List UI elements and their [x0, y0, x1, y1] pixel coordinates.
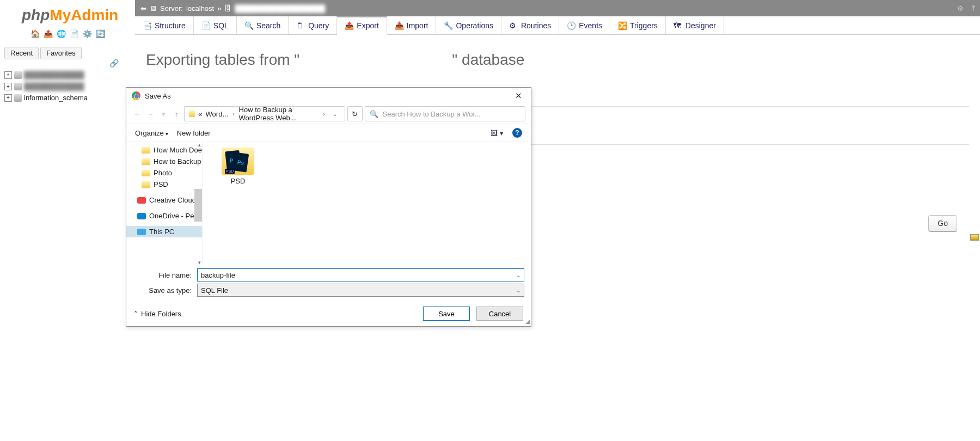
- folder-icon: [189, 111, 195, 117]
- expand-icon[interactable]: +: [4, 94, 12, 102]
- filename-input[interactable]: backup-file ⌄: [197, 268, 524, 281]
- link-toggle-icon[interactable]: 🔗: [109, 59, 119, 68]
- forward-button[interactable]: →: [145, 110, 156, 118]
- server-name[interactable]: localhost: [186, 4, 214, 13]
- db-item-1[interactable]: +████████████: [4, 69, 131, 81]
- scrollbar-thumb[interactable]: [194, 189, 202, 222]
- search-icon: 🔍: [370, 110, 378, 118]
- settings-icon[interactable]: ⚙: [957, 4, 964, 13]
- filetype-value: SQL File: [201, 286, 228, 295]
- recent-locations-button[interactable]: ▾: [158, 110, 169, 118]
- tab-designer[interactable]: 🗺Designer: [666, 16, 724, 34]
- refresh-button[interactable]: ↻: [347, 106, 363, 121]
- resize-grip[interactable]: ◢: [525, 318, 530, 325]
- nav-item-onedrive[interactable]: OneDrive - Persc: [126, 210, 202, 222]
- chevron-right-icon[interactable]: ›: [322, 111, 326, 117]
- exit-icon[interactable]: 📤: [43, 29, 53, 39]
- chevron-down-icon[interactable]: ⌄: [516, 287, 520, 293]
- folder-icon: [142, 147, 150, 154]
- path-segment-2[interactable]: How to Backup a WordPress Web...: [239, 106, 319, 122]
- path-prefix: «: [198, 110, 202, 118]
- reload-icon[interactable]: 🔄: [95, 29, 105, 39]
- search-placeholder: Search How to Backup a Wor...: [383, 110, 481, 118]
- tab-events[interactable]: 🕒Events: [559, 16, 610, 34]
- database-name[interactable]: ██████████████████: [235, 4, 325, 13]
- chevron-down-icon[interactable]: ⌄: [516, 272, 520, 278]
- address-dropdown[interactable]: ⌄: [329, 111, 340, 117]
- filetype-select[interactable]: SQL File ⌄: [197, 284, 524, 297]
- server-icon: 🖥: [150, 4, 157, 13]
- collapse-top-icon[interactable]: ⤒: [971, 4, 977, 13]
- search-input[interactable]: 🔍 Search How to Backup a Wor...: [365, 106, 526, 121]
- database-icon: [14, 94, 22, 102]
- close-button[interactable]: ✕: [512, 91, 525, 101]
- db-item-2[interactable]: +████████████: [4, 81, 131, 92]
- tab-operations[interactable]: 🔧Operations: [436, 16, 501, 34]
- tab-query[interactable]: 🗒Query: [289, 16, 337, 34]
- filetype-label: Save as type:: [148, 286, 192, 295]
- tab-favorites[interactable]: Favorites: [40, 47, 81, 59]
- up-button[interactable]: ↑: [171, 110, 182, 118]
- nav-item-psd[interactable]: PSD: [126, 179, 202, 190]
- tab-triggers[interactable]: 🔀Triggers: [610, 16, 666, 34]
- organize-menu[interactable]: Organize: [135, 129, 168, 137]
- chevron-up-icon: ˄: [134, 310, 138, 318]
- new-folder-button[interactable]: New folder: [177, 129, 211, 137]
- tab-routines[interactable]: ⚙Routines: [501, 16, 559, 34]
- tab-structure[interactable]: 📑Structure: [135, 16, 194, 34]
- dialog-fields: File name: backup-file ⌄ Save as type: S…: [126, 265, 531, 301]
- database-icon: [14, 71, 22, 79]
- nav-item-photo[interactable]: Photo: [126, 167, 202, 179]
- info-icon[interactable]: 🌐: [56, 29, 66, 39]
- docs-icon[interactable]: 📄: [69, 29, 79, 39]
- creative-cloud-icon: [137, 197, 146, 204]
- psd-tag: PSD: [225, 169, 235, 174]
- triggers-icon: 🔀: [618, 21, 627, 30]
- tab-sql[interactable]: 📄SQL: [194, 16, 237, 34]
- home-icon[interactable]: 🏠: [30, 29, 40, 39]
- nav-item-this-pc[interactable]: This PC: [126, 226, 202, 237]
- scroll-up-icon[interactable]: ▴: [198, 142, 201, 148]
- dialog-titlebar: Save As ✕: [126, 88, 531, 104]
- path-segment-1[interactable]: Word...: [206, 110, 229, 118]
- database-icon: 🗄: [224, 4, 231, 13]
- address-bar[interactable]: « Word... › How to Backup a WordPress We…: [184, 106, 345, 121]
- tab-export[interactable]: 📤Export: [337, 16, 387, 35]
- go-button[interactable]: Go: [928, 215, 957, 231]
- import-icon: 📥: [395, 21, 403, 30]
- collapse-nav-icon[interactable]: ⬅: [140, 4, 146, 13]
- help-button[interactable]: ?: [512, 128, 522, 138]
- scroll-down-icon[interactable]: ▾: [198, 260, 201, 265]
- export-icon: 📤: [345, 21, 353, 30]
- chevron-right-icon[interactable]: ›: [231, 111, 235, 117]
- gear-icon[interactable]: ⚙️: [82, 29, 92, 39]
- folder-icon: [142, 158, 150, 165]
- pma-sidebar: phpMyAdmin 🏠 📤 🌐 📄 ⚙️ 🔄 Recent Favorites…: [0, 0, 135, 387]
- save-as-dialog: Save As ✕ ← → ▾ ↑ « Word... › How to Bac…: [126, 87, 531, 327]
- filename-label: File name:: [148, 271, 192, 279]
- tab-import[interactable]: 📥Import: [387, 16, 437, 34]
- nav-item-creative-cloud[interactable]: Creative Cloud F: [126, 194, 202, 206]
- back-button[interactable]: ←: [132, 110, 143, 118]
- hide-folders-toggle[interactable]: ˄ Hide Folders: [134, 310, 181, 318]
- db-item-information-schema[interactable]: +information_schema: [4, 92, 131, 103]
- tab-recent[interactable]: Recent: [4, 47, 39, 59]
- operations-icon: 🔧: [444, 21, 452, 30]
- events-icon: 🕒: [567, 21, 575, 30]
- view-options-button[interactable]: 🖼 ▾: [491, 129, 504, 137]
- folder-label: PSD: [213, 177, 262, 185]
- expand-icon[interactable]: +: [4, 71, 12, 79]
- nav-item-howmuch[interactable]: How Much Doe: [126, 144, 202, 156]
- cancel-button[interactable]: Cancel: [476, 307, 523, 321]
- tab-search[interactable]: 🔍Search: [237, 16, 289, 34]
- folder-psd[interactable]: Ps Ps PSD PSD: [213, 148, 262, 185]
- routines-icon: ⚙: [509, 21, 518, 30]
- onedrive-icon: [137, 213, 146, 219]
- expand-icon[interactable]: +: [4, 83, 12, 90]
- structure-icon: 📑: [143, 21, 151, 30]
- nav-item-howto[interactable]: How to Backup: [126, 156, 202, 167]
- folder-icon: [142, 181, 150, 188]
- bookmark-icon[interactable]: [970, 234, 979, 241]
- save-button[interactable]: Save: [423, 307, 470, 321]
- file-list[interactable]: Ps Ps PSD PSD: [203, 142, 531, 265]
